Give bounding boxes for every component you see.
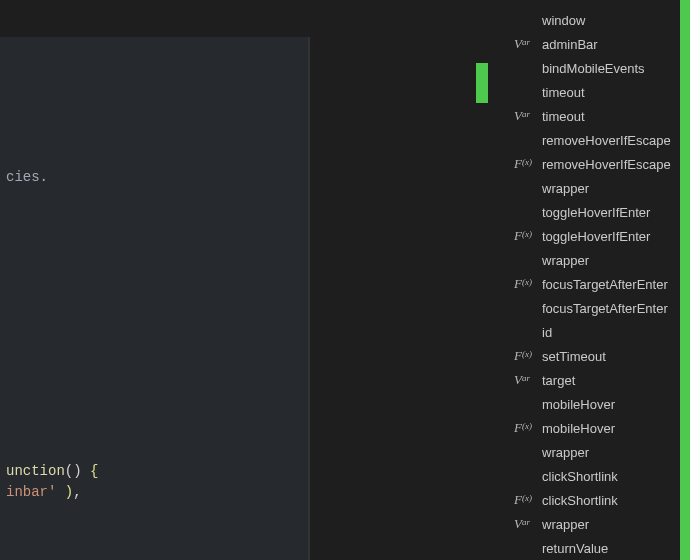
outline-item[interactable]: clickShortlink (514, 488, 690, 512)
variable-icon (514, 372, 536, 388)
outline-list: windowadminBarbindMobileEventstimeouttim… (488, 8, 690, 560)
outline-item[interactable]: id (514, 320, 690, 344)
code-line[interactable]: inbar' ), (0, 482, 310, 503)
outline-item[interactable]: toggleHoverIfEnter (514, 224, 690, 248)
variable-icon (514, 108, 536, 124)
code-line[interactable] (0, 83, 310, 104)
function-icon (514, 276, 536, 292)
code-line[interactable] (0, 251, 310, 272)
minimap-gutter (310, 0, 488, 560)
outline-item[interactable]: setTimeout (514, 344, 690, 368)
outline-item-label: mobileHover (542, 421, 615, 436)
code-line[interactable] (0, 104, 310, 125)
outline-item-label: toggleHoverIfEnter (542, 205, 650, 220)
code-area[interactable]: cies. unction() {inbar' ), (0, 37, 310, 560)
outline-item-label: clickShortlink (542, 469, 618, 484)
code-line[interactable] (0, 62, 310, 83)
code-line[interactable] (0, 272, 310, 293)
viewport-marker[interactable] (476, 63, 488, 103)
code-line[interactable] (0, 293, 310, 314)
outline-item[interactable]: wrapper (514, 176, 690, 200)
outline-item-label: wrapper (542, 253, 589, 268)
outline-item-label: wrapper (542, 445, 589, 460)
outline-item-label: adminBar (542, 37, 598, 52)
code-line[interactable]: unction() { (0, 461, 310, 482)
code-line[interactable] (0, 125, 310, 146)
outline-item[interactable]: mobileHover (514, 416, 690, 440)
ide-root: cies. unction() {inbar' ), windowadminBa… (0, 0, 690, 560)
outline-item[interactable]: adminBar (514, 32, 690, 56)
outline-item[interactable]: window (514, 8, 690, 32)
code-line[interactable] (0, 419, 310, 440)
code-line[interactable] (0, 335, 310, 356)
outline-item-label: focusTargetAfterEnter (542, 301, 668, 316)
outline-panel[interactable]: windowadminBarbindMobileEventstimeouttim… (488, 0, 690, 560)
outline-item-label: window (542, 13, 585, 28)
code-line[interactable] (0, 209, 310, 230)
outline-item[interactable]: target (514, 368, 690, 392)
outline-item[interactable]: wrapper (514, 440, 690, 464)
outline-item[interactable]: focusTargetAfterEnter (514, 296, 690, 320)
code-line[interactable] (0, 314, 310, 335)
outline-item-label: removeHoverIfEscape (542, 133, 671, 148)
outline-item[interactable]: wrapper (514, 248, 690, 272)
code-line[interactable] (0, 440, 310, 461)
function-icon (514, 228, 536, 244)
outline-item-label: focusTargetAfterEnter (542, 277, 668, 292)
outline-item[interactable]: removeHoverIfEscape (514, 128, 690, 152)
code-line[interactable] (0, 188, 310, 209)
outline-item-label: target (542, 373, 575, 388)
function-icon (514, 156, 536, 172)
outline-item-label: id (542, 325, 552, 340)
outline-item[interactable]: mobileHover (514, 392, 690, 416)
function-icon (514, 348, 536, 364)
outline-item-label: timeout (542, 85, 585, 100)
outline-item[interactable]: bindMobileEvents (514, 56, 690, 80)
outline-item-label: wrapper (542, 517, 589, 532)
outline-item-label: clickShortlink (542, 493, 618, 508)
code-line[interactable] (0, 41, 310, 62)
editor-tab-strip (0, 1, 310, 37)
code-line[interactable] (0, 146, 310, 167)
code-line[interactable] (0, 356, 310, 377)
outline-item[interactable]: toggleHoverIfEnter (514, 200, 690, 224)
outline-item[interactable]: removeHoverIfEscape (514, 152, 690, 176)
outline-item-label: returnValue (542, 541, 608, 556)
code-line[interactable] (0, 377, 310, 398)
outline-item-label: bindMobileEvents (542, 61, 645, 76)
code-line[interactable]: cies. (0, 167, 310, 188)
outline-item[interactable]: timeout (514, 104, 690, 128)
outline-item[interactable]: clickShortlink (514, 464, 690, 488)
outline-item[interactable]: focusTargetAfterEnter (514, 272, 690, 296)
editor-pane[interactable]: cies. unction() {inbar' ), (0, 36, 310, 560)
outline-item[interactable]: returnValue (514, 536, 690, 560)
outline-item-label: setTimeout (542, 349, 606, 364)
outline-item-label: toggleHoverIfEnter (542, 229, 650, 244)
scrollbar-vertical[interactable] (680, 0, 690, 560)
variable-icon (514, 516, 536, 532)
code-line[interactable] (0, 398, 310, 419)
function-icon (514, 420, 536, 436)
outline-item-label: timeout (542, 109, 585, 124)
outline-item-label: removeHoverIfEscape (542, 157, 671, 172)
code-line[interactable] (0, 230, 310, 251)
outline-item-label: wrapper (542, 181, 589, 196)
outline-item[interactable]: timeout (514, 80, 690, 104)
outline-item-label: mobileHover (542, 397, 615, 412)
variable-icon (514, 36, 536, 52)
function-icon (514, 492, 536, 508)
outline-item[interactable]: wrapper (514, 512, 690, 536)
